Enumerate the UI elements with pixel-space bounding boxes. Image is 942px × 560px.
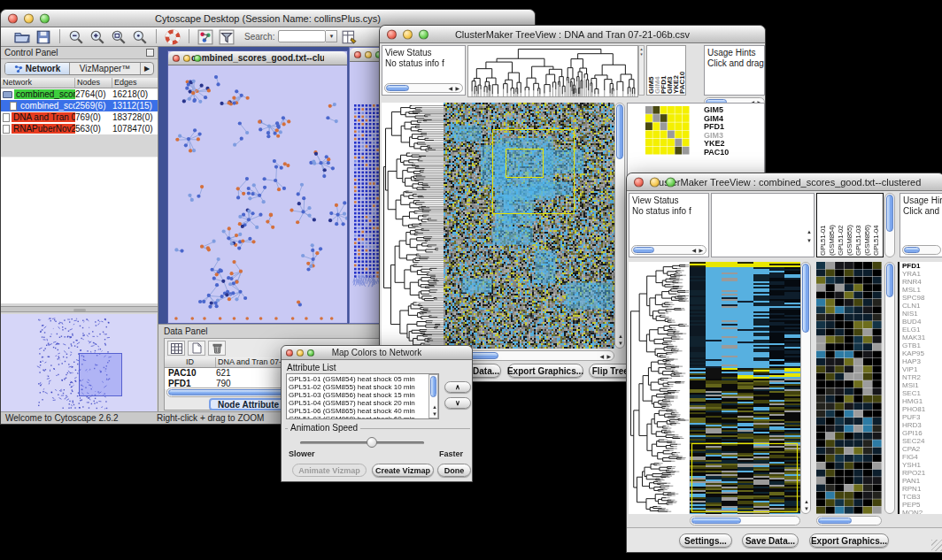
attribute-list-item[interactable]: GPL51-07 (GSM868) heat shock 60 min xyxy=(289,415,428,419)
heatmap-canvas[interactable] xyxy=(690,262,800,514)
close-icon[interactable] xyxy=(286,349,293,357)
speed-slider-thumb[interactable] xyxy=(367,437,377,448)
gene-label[interactable]: SEC24 xyxy=(902,437,942,445)
mini-heatmap-canvas[interactable] xyxy=(645,106,690,155)
speed-slider-track[interactable] xyxy=(300,441,424,444)
minimize-icon[interactable] xyxy=(650,177,660,187)
gene-label[interactable]: CLN1 xyxy=(902,302,942,310)
float-panel-icon[interactable] xyxy=(146,49,154,57)
zoom-window-icon[interactable] xyxy=(40,13,50,23)
done-button[interactable]: Done xyxy=(437,464,471,477)
zoom-vscrollbar[interactable] xyxy=(884,262,895,514)
col-id[interactable]: ID xyxy=(165,357,216,367)
gene-label[interactable]: PAN1 xyxy=(902,477,942,485)
gene-label[interactable]: YSH1 xyxy=(902,461,942,469)
export-graphics-button[interactable]: Export Graphics... xyxy=(809,533,889,548)
gene-label[interactable]: ELG1 xyxy=(902,326,942,334)
move-up-button[interactable]: ∧ xyxy=(444,381,471,393)
row-dendrogram-canvas[interactable] xyxy=(382,103,444,349)
filter-icon[interactable] xyxy=(219,29,235,45)
gene-label[interactable]: GPI16 xyxy=(902,429,942,437)
gene-label[interactable]: PFD1 xyxy=(902,262,942,270)
dialog-titlebar[interactable]: Map Colors to Network xyxy=(282,346,472,360)
gene-label[interactable]: HMG1 xyxy=(902,397,942,405)
gene-label[interactable]: NTR2 xyxy=(902,373,942,381)
zoom-selected-icon[interactable] xyxy=(111,29,127,45)
hints-scrollbar[interactable] xyxy=(902,245,941,255)
minimize-icon[interactable] xyxy=(365,51,372,58)
gene-label[interactable]: TCB3 xyxy=(902,493,942,501)
close-icon[interactable] xyxy=(634,177,644,187)
network-row[interactable]: DNA and Tran 07769(0)183728(0) xyxy=(1,111,158,123)
network-row[interactable]: RNAPuberNov2+563(0)107847(0) xyxy=(1,123,158,134)
column-dendrogram-canvas[interactable] xyxy=(467,45,638,97)
gene-label[interactable]: FIG4 xyxy=(902,453,942,461)
vizmapper-icon[interactable] xyxy=(197,29,213,45)
attribute-list-item[interactable]: GPL51-01 (GSM854) heat shock 05 min xyxy=(289,375,428,383)
column-dendrogram-area[interactable]: ▲ ▼ xyxy=(711,193,815,257)
gene-label[interactable]: MON2 xyxy=(902,509,942,514)
zoom-window-icon[interactable] xyxy=(307,349,314,357)
delete-attribute-icon[interactable] xyxy=(208,341,226,356)
zoom-window-icon[interactable] xyxy=(666,177,676,187)
network-window-1[interactable]: combined_scores_good.txt--cluste... xyxy=(167,50,348,324)
row-dendrogram-canvas[interactable] xyxy=(629,262,689,514)
resize-grip-icon[interactable] xyxy=(931,540,942,551)
gene-label[interactable]: NIS1 xyxy=(902,310,942,318)
export-graphics-button[interactable]: Export Graphics... xyxy=(507,364,583,378)
scroll-up-icon[interactable]: ▲ xyxy=(807,229,812,234)
col-nodes[interactable]: Nodes xyxy=(75,78,112,88)
close-icon[interactable] xyxy=(354,51,361,58)
gene-label[interactable]: MAK31 xyxy=(902,334,942,341)
col-network[interactable]: Network xyxy=(1,78,75,88)
attribute-list-item[interactable]: GPL51-02 (GSM855) heat shock 10 min xyxy=(289,383,428,391)
list-vscrollbar[interactable]: ▲▼ xyxy=(429,374,438,418)
zoom-in-icon[interactable] xyxy=(89,29,105,45)
network-view-canvas[interactable] xyxy=(168,65,347,323)
open-file-icon[interactable] xyxy=(14,29,30,45)
minimize-icon[interactable] xyxy=(403,29,413,39)
tab-vizmapper[interactable]: VizMapper™ xyxy=(70,63,141,74)
gene-label[interactable]: MSI1 xyxy=(902,381,942,389)
close-icon[interactable] xyxy=(173,55,180,62)
gene-label[interactable]: YRA1 xyxy=(902,270,942,278)
zoom-window-icon[interactable] xyxy=(194,55,201,62)
gene-label[interactable]: SPC98 xyxy=(902,294,942,302)
col-edges[interactable]: Edges xyxy=(112,78,158,88)
gene-label[interactable]: HAP3 xyxy=(902,357,942,365)
treeview2-titlebar[interactable]: ClusterMaker TreeView : combined_scores_… xyxy=(627,173,942,191)
gene-label[interactable]: PEP5 xyxy=(902,501,942,509)
treeview1-titlebar[interactable]: ClusterMaker TreeView : DNA and Tran 07-… xyxy=(380,26,765,43)
animate-vizmap-button[interactable]: Animate Vizmap xyxy=(292,464,367,477)
minimize-icon[interactable] xyxy=(24,13,34,23)
heatmap-vscrollbar[interactable]: ▲▼ xyxy=(614,103,625,349)
gene-label[interactable]: SEC1 xyxy=(902,389,942,397)
new-attribute-icon[interactable] xyxy=(188,341,205,356)
gene-label[interactable]: MSL1 xyxy=(902,286,942,294)
gene-label[interactable]: KAP95 xyxy=(902,349,942,357)
zoom-window-icon[interactable] xyxy=(419,29,429,39)
heatmap-canvas[interactable] xyxy=(444,103,614,349)
network-row[interactable]: combined_scores2764(0)16218(0) xyxy=(1,88,158,100)
view-status-scrollbar[interactable]: ◀▶ xyxy=(631,245,706,255)
tab-overflow-arrow[interactable]: ▶ xyxy=(141,63,153,74)
network-overview-canvas[interactable] xyxy=(1,314,157,411)
search-input[interactable] xyxy=(278,30,326,42)
gene-label[interactable]: PUF3 xyxy=(902,413,942,421)
save-session-icon[interactable] xyxy=(35,29,51,45)
gene-label[interactable]: PAC10 xyxy=(704,149,729,157)
save-data-button[interactable]: Save Data... xyxy=(742,533,799,548)
gene-label[interactable]: VIP1 xyxy=(902,365,942,373)
heatmap-hscrollbar[interactable] xyxy=(690,516,800,525)
attribute-list-item[interactable]: GPL51-04 (GSM857) heat shock 20 min xyxy=(289,399,428,407)
zoom-heatmap-canvas[interactable] xyxy=(816,262,882,514)
close-icon[interactable] xyxy=(8,13,18,23)
attribute-browser-icon[interactable] xyxy=(342,29,358,45)
help-icon[interactable] xyxy=(165,29,181,45)
gene-label[interactable]: RPO21 xyxy=(902,469,942,477)
select-attributes-icon[interactable] xyxy=(167,341,185,356)
gene-label[interactable]: RNR4 xyxy=(902,278,942,286)
zoom-hscrollbar[interactable] xyxy=(816,516,882,525)
zoom-out-icon[interactable] xyxy=(68,29,84,45)
panel-splitter[interactable] xyxy=(1,306,158,312)
